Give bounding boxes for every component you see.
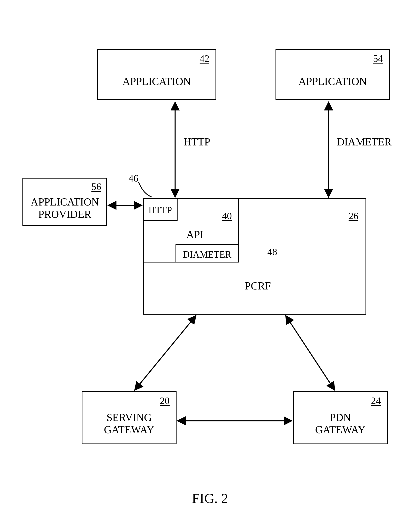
- label-application-42: APPLICATION: [98, 75, 216, 88]
- ref-24: 24: [371, 395, 381, 406]
- label-diameter-block: DIAMETER: [176, 249, 238, 260]
- edge-label-diameter: DIAMETER: [337, 136, 392, 148]
- leader-label-48: 48: [267, 246, 277, 257]
- box-application-54: 54 APPLICATION: [275, 49, 390, 100]
- label-http-block: HTTP: [144, 205, 177, 216]
- ref-42: 42: [200, 53, 209, 64]
- arrow-pcrf-sgw: [135, 316, 196, 390]
- box-application-42: 42 APPLICATION: [97, 49, 216, 100]
- label-api: API: [144, 229, 238, 241]
- diagram-stage: 42 APPLICATION 54 APPLICATION 56 APPLICA…: [0, 0, 420, 525]
- box-http-block: HTTP: [143, 198, 178, 221]
- leader-label-46: 46: [128, 173, 138, 184]
- label-pcrf-internal: PCRF: [245, 280, 271, 292]
- ref-20: 20: [160, 395, 170, 406]
- edge-label-http: HTTP: [184, 136, 210, 148]
- box-pdn-gateway: 24 PDN GATEWAY: [293, 391, 388, 444]
- figure-caption: FIG. 2: [0, 490, 420, 506]
- box-serving-gateway: 20 SERVING GATEWAY: [82, 391, 176, 444]
- ref-26: 26: [348, 210, 358, 221]
- label-application-54: APPLICATION: [276, 75, 389, 88]
- label-pdn-gateway: PDN GATEWAY: [294, 412, 387, 436]
- ref-54: 54: [373, 53, 383, 64]
- leader-46: [138, 182, 152, 197]
- label-application-provider: APPLICATION PROVIDER: [23, 196, 106, 220]
- box-diameter-block: DIAMETER: [175, 244, 239, 262]
- label-serving-gateway: SERVING GATEWAY: [82, 412, 176, 436]
- box-application-provider: 56 APPLICATION PROVIDER: [22, 178, 107, 226]
- ref-40: 40: [222, 210, 232, 221]
- arrow-pcrf-pgw: [286, 316, 335, 390]
- ref-56: 56: [91, 181, 101, 192]
